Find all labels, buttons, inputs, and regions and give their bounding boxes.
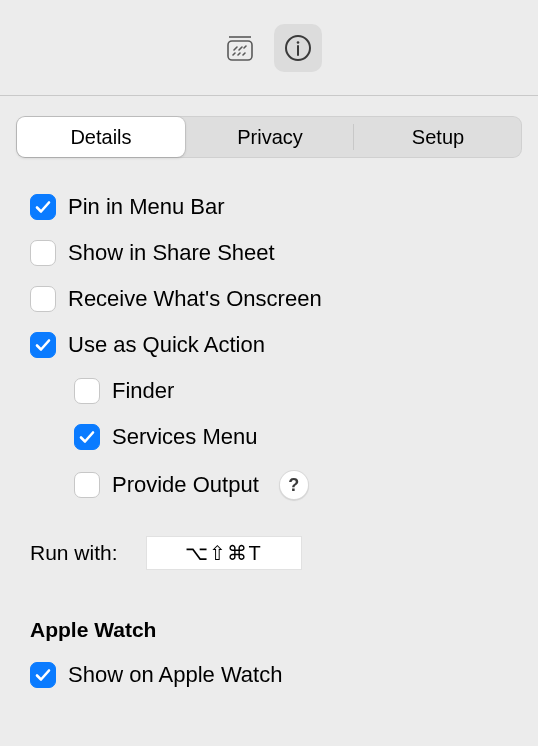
option-pin-menu-bar: Pin in Menu Bar	[30, 194, 522, 220]
option-label: Pin in Menu Bar	[68, 194, 225, 220]
toolbar-info-button[interactable]	[274, 24, 322, 72]
toolbar	[0, 0, 538, 96]
option-quick-action: Use as Quick Action	[30, 332, 522, 358]
tab-details[interactable]: Details	[17, 117, 185, 157]
option-show-on-apple-watch: Show on Apple Watch	[30, 662, 522, 688]
option-services-menu: Services Menu	[30, 424, 522, 450]
option-label: Finder	[112, 378, 174, 404]
content: Details Privacy Setup Pin in Menu Bar Sh…	[0, 96, 538, 688]
tab-switcher: Details Privacy Setup	[16, 116, 522, 158]
tab-label: Privacy	[237, 126, 303, 149]
checkbox-pin-menu-bar[interactable]	[30, 194, 56, 220]
checkbox-receive-onscreen[interactable]	[30, 286, 56, 312]
tab-label: Setup	[412, 126, 464, 149]
apple-watch-section-title: Apple Watch	[16, 618, 522, 642]
tab-privacy[interactable]: Privacy	[186, 116, 354, 158]
run-with-label: Run with:	[30, 541, 118, 565]
toolbar-media-button[interactable]	[216, 24, 264, 72]
checkbox-show-on-apple-watch[interactable]	[30, 662, 56, 688]
tab-label: Details	[70, 126, 131, 149]
info-icon	[283, 33, 313, 63]
option-provide-output: Provide Output ?	[30, 470, 522, 500]
option-label: Show in Share Sheet	[68, 240, 275, 266]
help-button[interactable]: ?	[279, 470, 309, 500]
option-label: Services Menu	[112, 424, 258, 450]
tab-setup[interactable]: Setup	[354, 116, 522, 158]
option-receive-onscreen: Receive What's Onscreen	[30, 286, 522, 312]
checkbox-finder[interactable]	[74, 378, 100, 404]
option-share-sheet: Show in Share Sheet	[30, 240, 522, 266]
checkbox-share-sheet[interactable]	[30, 240, 56, 266]
checkbox-services-menu[interactable]	[74, 424, 100, 450]
svg-point-3	[297, 41, 300, 44]
option-label: Provide Output	[112, 472, 259, 498]
apple-watch-options: Show on Apple Watch	[16, 662, 522, 688]
option-finder: Finder	[30, 378, 522, 404]
help-icon: ?	[288, 475, 299, 496]
toolbar-media-icon	[225, 33, 255, 63]
checkbox-quick-action[interactable]	[30, 332, 56, 358]
option-label: Use as Quick Action	[68, 332, 265, 358]
run-with-shortcut-field[interactable]: ⌥⇧⌘T	[146, 536, 302, 570]
run-with-row: Run with: ⌥⇧⌘T	[16, 536, 522, 570]
shortcut-value: ⌥⇧⌘T	[185, 541, 261, 565]
checkbox-provide-output[interactable]	[74, 472, 100, 498]
option-label: Show on Apple Watch	[68, 662, 282, 688]
options-list: Pin in Menu Bar Show in Share Sheet Rece…	[16, 194, 522, 500]
option-label: Receive What's Onscreen	[68, 286, 322, 312]
svg-rect-1	[228, 41, 252, 60]
